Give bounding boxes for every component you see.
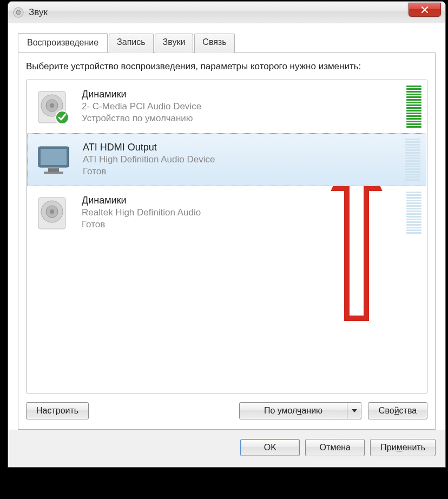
- apply-label: Применить: [380, 443, 425, 452]
- panel-button-row: Настроить По умолчанию Свойства: [26, 402, 427, 419]
- device-text: Динамики Realtek High Definition Audio Г…: [82, 195, 400, 230]
- svg-rect-10: [44, 172, 63, 174]
- monitor-icon: [34, 140, 73, 179]
- dialog-content: ВоспроизведениеЗаписьЗвукиСвязь Выберите…: [8, 23, 445, 430]
- cancel-button[interactable]: Отмена: [305, 439, 365, 456]
- configure-label: Настроить: [36, 406, 78, 415]
- svg-point-14: [50, 209, 54, 214]
- ok-button[interactable]: OK: [240, 439, 300, 456]
- svg-point-1: [16, 10, 21, 15]
- device-name: Динамики: [82, 89, 400, 100]
- configure-button[interactable]: Настроить: [26, 402, 89, 419]
- apply-button[interactable]: Применить: [370, 439, 436, 456]
- playback-panel: Выберите устройство воспроизведения, пар…: [18, 53, 436, 430]
- instruction-text: Выберите устройство воспроизведения, пар…: [26, 61, 427, 73]
- tab-3[interactable]: Связь: [194, 34, 234, 53]
- device-desc: 2- C-Media PCI Audio Device: [82, 101, 400, 112]
- device-text: ATI HDMI Output ATI High Definition Audi…: [83, 142, 399, 177]
- device-name: ATI HDMI Output: [83, 142, 399, 153]
- device-desc: Realtek High Definition Audio: [82, 207, 400, 218]
- svg-rect-9: [48, 168, 59, 172]
- close-button[interactable]: [409, 3, 441, 17]
- device-item[interactable]: Динамики Realtek High Definition Audio Г…: [27, 186, 427, 239]
- set-default-dropdown[interactable]: [347, 402, 361, 419]
- titlebar[interactable]: Звук: [8, 2, 445, 23]
- dialog-footer: OK Отмена Применить: [8, 430, 445, 467]
- set-default-group: По умолчанию: [239, 402, 361, 419]
- set-default-button[interactable]: По умолчанию: [239, 402, 347, 419]
- window-title: Звук: [29, 7, 48, 18]
- device-status: Готов: [83, 166, 399, 177]
- set-default-label: По умолчанию: [264, 406, 322, 415]
- device-list[interactable]: Динамики 2- C-Media PCI Audio Device Уст…: [26, 80, 427, 393]
- speaker-icon: [33, 87, 72, 126]
- tab-strip: ВоспроизведениеЗаписьЗвукиСвязь: [18, 33, 436, 53]
- device-item[interactable]: Динамики 2- C-Media PCI Audio Device Уст…: [27, 80, 427, 133]
- device-text: Динамики 2- C-Media PCI Audio Device Уст…: [82, 89, 400, 124]
- sound-dialog: Звук ВоспроизведениеЗаписьЗвукиСвязь Выб…: [8, 1, 446, 468]
- device-status: Готов: [82, 219, 400, 230]
- chevron-down-icon: [352, 409, 357, 412]
- close-icon: [421, 6, 429, 14]
- device-desc: ATI High Definition Audio Device: [83, 154, 399, 165]
- device-item[interactable]: ATI HDMI Output ATI High Definition Audi…: [27, 133, 426, 186]
- level-meter: [405, 139, 420, 181]
- device-name: Динамики: [82, 195, 400, 206]
- level-meter: [406, 192, 421, 234]
- svg-rect-8: [41, 149, 67, 165]
- properties-label: Свойства: [379, 406, 417, 415]
- properties-button[interactable]: Свойства: [368, 402, 427, 419]
- speaker-icon: [33, 193, 72, 232]
- sound-icon: [12, 6, 24, 18]
- device-status: Устройство по умолчанию: [82, 113, 400, 124]
- tab-0[interactable]: Воспроизведение: [18, 33, 108, 52]
- tab-1[interactable]: Запись: [109, 34, 154, 53]
- tab-2[interactable]: Звуки: [155, 34, 194, 53]
- level-meter: [406, 86, 421, 128]
- svg-point-5: [50, 103, 54, 108]
